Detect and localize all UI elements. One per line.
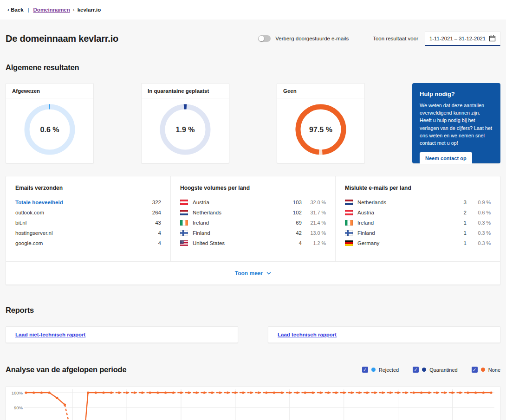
donut-percentage: 0.6 %	[40, 126, 59, 134]
help-title: Hulp nodig?	[420, 90, 493, 97]
legend-dot-icon	[481, 368, 485, 372]
country-row: Finland 42 13.0 %	[180, 228, 326, 238]
section-title-general: Algemene resultaten	[6, 63, 500, 72]
legend-label: Quarantined	[429, 367, 458, 373]
checkbox-checked-icon[interactable]: ✓	[362, 367, 368, 373]
source-count: 4	[158, 240, 161, 246]
report-cards: Laad niet-technisch rapport Laad technis…	[6, 326, 500, 343]
country-count: 69	[286, 220, 302, 226]
country-percentage: 0.3 %	[467, 240, 491, 246]
chevron-right-icon: ›	[73, 7, 75, 13]
source-label: outlook.com	[15, 210, 152, 215]
country-percentage: 32.0 %	[302, 200, 326, 205]
country-count: 2	[451, 210, 467, 215]
country-row: Finland 1 0.3 %	[345, 228, 491, 238]
country-count: 102	[286, 210, 302, 215]
email-source-row: bit.nl 43	[15, 218, 161, 228]
country-percentage: 0.6 %	[467, 210, 491, 215]
donut-none: 97.5 %	[277, 98, 364, 158]
source-label: bit.nl	[15, 220, 155, 226]
flag-austria-icon	[180, 200, 188, 205]
country-row: Netherlands 102 31.7 %	[180, 207, 326, 218]
legend-label: Rejected	[379, 367, 399, 373]
country-percentage: 21.4 %	[302, 220, 326, 226]
column-volumes-per-country: Hoogste volumes per land Austria 103 32.…	[170, 176, 335, 261]
country-count: 103	[286, 200, 302, 205]
country-label: United States	[193, 240, 286, 246]
back-link[interactable]: ‹ Back	[7, 7, 24, 13]
donut-percentage: 1.9 %	[176, 126, 195, 134]
country-label: Netherlands	[357, 200, 451, 205]
svg-text:100%: 100%	[12, 390, 23, 395]
chart-legend: ✓ Rejected ✓ Quarantined ✓ None	[362, 367, 500, 373]
analysis-header: Analyse van de afgelopen periode ✓ Rejec…	[6, 365, 500, 374]
date-range-label: Toon resultaat voor	[373, 36, 418, 41]
toggle-knob-icon	[259, 36, 264, 41]
flag-finland-icon	[345, 230, 353, 236]
total-amount-link[interactable]: Totale hoeveelheid	[15, 200, 152, 205]
source-label: google.com	[15, 240, 158, 246]
column-title: Mislukte e-mails per land	[345, 185, 491, 191]
page-title: De domeinnaam kevlarr.io	[6, 33, 118, 44]
flag-germany-icon	[345, 240, 353, 246]
legend-dot-icon	[371, 368, 376, 372]
date-range-input[interactable]: 1-11-2021 – 31-12-2021	[425, 32, 500, 46]
legend-dot-icon	[422, 368, 426, 372]
email-source-row: Totale hoeveelheid 322	[15, 197, 161, 207]
load-non-technical-report-link[interactable]: Laad niet-technisch rapport	[15, 332, 85, 337]
country-row: United States 4 1.2 %	[180, 238, 326, 248]
line-chart-card: 100%90%	[6, 386, 500, 420]
page-header: De domeinnaam kevlarr.io Verberg doorges…	[6, 31, 500, 46]
country-label: Ireland	[357, 220, 451, 226]
breadcrumb-current: kevlarr.io	[78, 7, 101, 13]
calendar-icon[interactable]	[489, 35, 496, 42]
country-count: 42	[286, 230, 302, 236]
country-percentage: 0.9 %	[467, 200, 491, 205]
source-count: 264	[152, 210, 161, 215]
help-body: We weten dat deze aantallen overweldigen…	[420, 102, 493, 147]
country-label: Germany	[357, 240, 451, 246]
load-technical-report-link[interactable]: Laad technisch rapport	[278, 332, 337, 337]
card-title: In quarantaine geplaatst	[142, 84, 229, 98]
flag-ireland-icon	[180, 220, 188, 226]
show-more-button[interactable]: Toon meer	[235, 270, 271, 277]
toggle-label: Verberg doorgestuurde e-mails	[275, 36, 349, 41]
checkbox-checked-icon[interactable]: ✓	[472, 367, 478, 373]
checkbox-checked-icon[interactable]: ✓	[413, 367, 419, 373]
email-source-row: outlook.com 264	[15, 207, 161, 218]
source-label: hostingserver.nl	[15, 230, 158, 236]
country-label: Austria	[357, 210, 451, 215]
country-row: Austria 2 0.6 %	[345, 207, 491, 218]
legend-item-quarantined[interactable]: ✓ Quarantined	[413, 367, 458, 373]
country-label: Netherlands	[193, 210, 286, 215]
donut-percentage: 97.5 %	[309, 126, 332, 134]
column-title: Hoogste volumes per land	[180, 185, 326, 191]
show-more-label: Toon meer	[235, 270, 263, 277]
email-source-row: google.com 4	[15, 238, 161, 248]
country-count: 1	[451, 240, 467, 246]
country-count: 3	[451, 200, 467, 205]
column-emails-sent: Emails verzonden Totale hoeveelheid 322 …	[6, 176, 170, 261]
flag-ireland-icon	[345, 220, 353, 226]
country-count: 1	[451, 230, 467, 236]
legend-label: None	[488, 367, 500, 373]
hide-forwarded-toggle[interactable]	[258, 35, 271, 42]
breadcrumb: ‹ Back | Domeinnamen › kevlarr.io	[0, 0, 506, 19]
breadcrumb-link-domeinnamen[interactable]: Domeinnamen	[33, 7, 70, 13]
card-quarantined: In quarantaine geplaatst 1.9 %	[141, 83, 229, 163]
country-row: Ireland 1 0.3 %	[345, 218, 491, 228]
section-title-analysis: Analyse van de afgelopen periode	[6, 365, 126, 374]
card-rejected: Afgewezen 0.6 %	[6, 83, 94, 163]
report-card-non-technical: Laad niet-technisch rapport	[6, 326, 238, 343]
stats-footer: Toon meer	[6, 261, 500, 284]
legend-item-rejected[interactable]: ✓ Rejected	[362, 367, 399, 373]
country-label: Austria	[193, 200, 286, 205]
flag-united-states-icon	[180, 240, 188, 246]
country-percentage: 31.7 %	[302, 210, 326, 215]
legend-item-none[interactable]: ✓ None	[472, 367, 500, 373]
card-title: Geen	[277, 84, 364, 98]
contact-button[interactable]: Neem contact op	[420, 152, 472, 164]
column-failed-per-country: Mislukte e-mails per land Netherlands 3 …	[335, 176, 500, 261]
country-count: 1	[451, 220, 467, 226]
card-none: Geen 97.5 %	[277, 83, 365, 163]
